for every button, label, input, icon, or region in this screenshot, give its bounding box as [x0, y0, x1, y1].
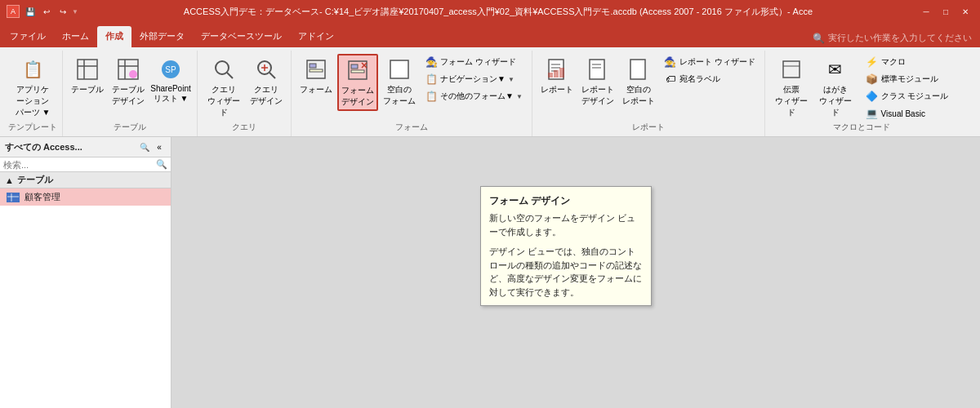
macro-button[interactable]: ⚡ マクロ — [862, 54, 953, 70]
form-icon — [303, 56, 329, 82]
macro-items: 伝票ウィザード ✉ はがきウィザード ⚡ マクロ 📦 標準モジュール 🔷 クラス… — [770, 52, 953, 122]
macro-col: ⚡ マクロ 📦 標準モジュール 🔷 クラス モジュール 💻 Visual Bas… — [862, 54, 953, 122]
tab-external-data[interactable]: 外部データ — [131, 26, 193, 47]
svg-rect-28 — [548, 73, 553, 78]
svg-rect-16 — [310, 64, 316, 68]
search-input[interactable] — [3, 160, 153, 170]
blank-form-icon — [386, 56, 412, 82]
form-design-icon — [345, 57, 371, 83]
form-wizard-button[interactable]: 🧙 フォーム ウィザード — [421, 54, 527, 70]
form-wizard-icon: 🧙 — [425, 55, 438, 69]
tab-create[interactable]: 作成 — [97, 26, 131, 47]
window-controls: ─ □ ✕ — [918, 5, 973, 18]
table-item[interactable]: 顧客管理 — [0, 188, 171, 206]
address-label-button[interactable]: 🏷 宛名ラベル — [660, 71, 760, 87]
sharepoint-label: SharePointリスト ▼ — [150, 84, 190, 104]
report-label: レポート — [541, 84, 573, 95]
macro-label: マクロ — [881, 56, 906, 68]
postcard-wizard-button[interactable]: ✉ はがきウィザード — [814, 54, 857, 121]
svg-line-12 — [270, 73, 275, 78]
tab-file[interactable]: ファイル — [2, 26, 54, 47]
content-area: フォーム デザイン 新しい空のフォームをデザイン ビューで作成します。 デザイン… — [172, 137, 980, 408]
svg-rect-17 — [310, 69, 323, 72]
minimize-button[interactable]: ─ — [918, 5, 934, 18]
query-group-label: クエリ — [232, 122, 256, 135]
svg-point-6 — [129, 70, 137, 78]
template-group-label: テンプレート — [8, 122, 57, 135]
postcard-label: はがきウィザード — [817, 84, 853, 118]
standard-module-button[interactable]: 📦 標準モジュール — [862, 71, 953, 87]
voucher-wizard-button[interactable]: 伝票ウィザード — [770, 54, 813, 121]
app-parts-button[interactable]: 📋 アプリケーション パーツ ▼ — [11, 54, 54, 121]
restore-button[interactable]: □ — [938, 5, 954, 18]
ribbon-group-query: クエリウィザード クエリデザイン クエリ — [198, 51, 292, 136]
vba-button[interactable]: 💻 Visual Basic — [862, 105, 953, 122]
ribbon-content: 📋 アプリケーション パーツ ▼ テンプレート テーブル — [0, 47, 980, 137]
blank-report-button[interactable]: 空白のレポート — [619, 54, 658, 109]
form-right-col: 🧙 フォーム ウィザード 📋 ナビゲーション▼ ▼ 📋 その他のフォーム▼ ▼ — [421, 54, 527, 104]
tab-database-tools[interactable]: データベースツール — [193, 26, 290, 47]
svg-rect-34 — [630, 60, 645, 79]
vba-label: Visual Basic — [881, 109, 925, 118]
standard-module-label: 標準モジュール — [881, 73, 938, 85]
query-design-icon — [253, 56, 279, 82]
vba-icon: 💻 — [866, 107, 879, 120]
main-area: すべての Access... 🔍 « 🔍 ▲ テーブル 顧客管理 — [0, 137, 980, 408]
form-label: フォーム — [300, 84, 332, 95]
blank-form-button[interactable]: 空白のフォーム — [380, 54, 419, 109]
ribbon-group-table: テーブル テーブルデザイン SP — [63, 51, 198, 136]
navigation-button[interactable]: 📋 ナビゲーション▼ ▼ — [421, 71, 527, 87]
query-wizard-button[interactable]: クエリウィザード — [203, 54, 245, 121]
table-items: テーブル テーブルデザイン SP — [68, 52, 192, 122]
more-forms-icon: 📋 — [425, 90, 438, 103]
tab-home[interactable]: ホーム — [54, 26, 97, 47]
tab-addin[interactable]: アドイン — [290, 26, 342, 47]
ribbon-group-report: レポート レポートデザイン 空白のレポート — [532, 51, 765, 136]
more-forms-button[interactable]: 📋 その他のフォーム▼ ▼ — [421, 88, 527, 104]
navigation-icon: 📋 — [425, 73, 438, 86]
svg-rect-29 — [554, 70, 559, 78]
report-design-label: レポートデザイン — [581, 84, 614, 107]
blank-report-label: 空白のレポート — [622, 84, 655, 107]
svg-text:SP: SP — [165, 65, 176, 74]
report-button[interactable]: レポート — [537, 54, 577, 98]
query-design-button[interactable]: クエリデザイン — [247, 54, 286, 109]
svg-rect-19 — [351, 64, 358, 69]
query-wizard-label: クエリウィザード — [206, 84, 242, 118]
panel-search-icon[interactable]: 🔍 — [138, 140, 151, 153]
app-icon: A — [7, 5, 20, 18]
more-forms-arrow: ▼ — [516, 93, 523, 100]
table-icon — [74, 56, 100, 82]
search-icon: 🔍 — [813, 33, 825, 44]
table-design-button[interactable]: テーブルデザイン — [109, 54, 148, 109]
left-panel-title: すべての Access... — [5, 141, 82, 153]
tooltip-popup: フォーム デザイン 新しい空のフォームをデザイン ビューで作成します。 デザイン… — [480, 186, 652, 306]
close-button[interactable]: ✕ — [957, 5, 973, 18]
report-wizard-button[interactable]: 🧙 レポート ウィザード — [660, 54, 760, 70]
svg-rect-23 — [390, 60, 408, 78]
report-design-button[interactable]: レポートデザイン — [578, 54, 617, 109]
blank-report-icon — [626, 56, 652, 82]
sharepoint-list-button[interactable]: SP SharePointリスト ▼ — [149, 54, 192, 107]
ribbon-search-placeholder: 実行したい作業を入力してください — [828, 32, 972, 44]
redo-button[interactable]: ↪ — [56, 4, 70, 19]
table-button[interactable]: テーブル — [68, 54, 107, 98]
ribbon-tab-bar: ファイル ホーム 作成 外部データ データベースツール アドイン 🔍 実行したい… — [0, 23, 980, 47]
report-items: レポート レポートデザイン 空白のレポート — [537, 52, 760, 122]
form-button[interactable]: フォーム — [296, 54, 336, 98]
save-button[interactable]: 💾 — [23, 4, 38, 19]
form-group-label: フォーム — [395, 122, 428, 135]
section-label: テーブル — [17, 174, 53, 186]
undo-button[interactable]: ↩ — [39, 4, 54, 19]
address-label-icon: 🏷 — [664, 73, 677, 86]
navigation-label: ナビゲーション▼ — [440, 73, 506, 85]
window-title: ACCESS入門デモ：データベース- C:¥14_ビデオ講座¥20170407_… — [184, 6, 813, 18]
svg-line-10 — [227, 73, 233, 78]
form-wizard-label: フォーム ウィザード — [440, 56, 516, 68]
class-module-button[interactable]: 🔷 クラス モジュール — [862, 88, 953, 104]
table-design-label: テーブルデザイン — [112, 84, 145, 107]
report-wizard-icon: 🧙 — [664, 55, 677, 69]
form-design-button[interactable]: フォームデザイン — [337, 54, 378, 111]
macro-icon: ⚡ — [866, 55, 879, 69]
panel-collapse-icon[interactable]: « — [153, 140, 166, 153]
